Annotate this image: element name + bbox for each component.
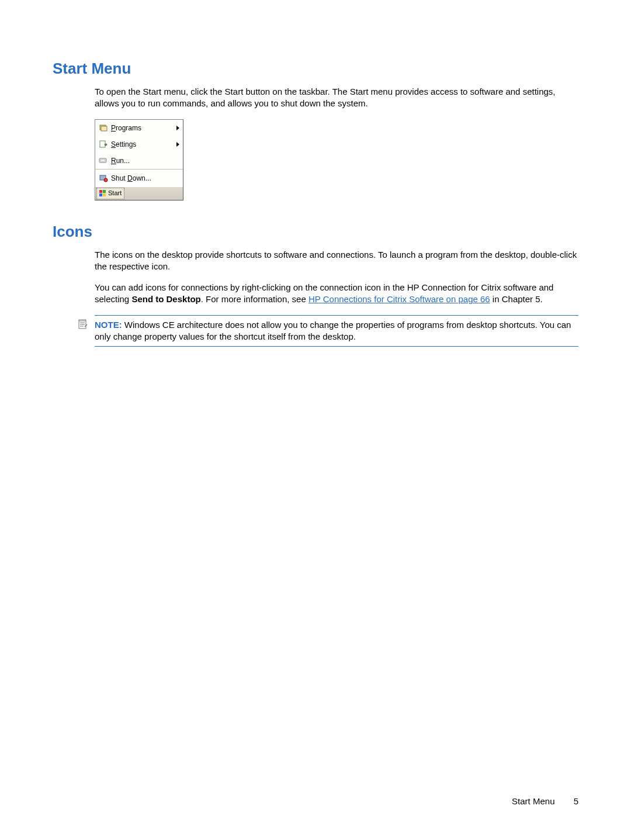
settings-icon bbox=[99, 140, 108, 149]
svg-rect-10 bbox=[103, 193, 106, 196]
paragraph-start-menu-intro: To open the Start menu, click the Start … bbox=[95, 86, 578, 110]
svg-rect-7 bbox=[99, 190, 102, 193]
start-button[interactable]: Start bbox=[96, 188, 124, 199]
svg-rect-9 bbox=[99, 193, 102, 196]
menu-item-shutdown[interactable]: Shut Down... bbox=[95, 170, 183, 186]
footer-page-number: 5 bbox=[574, 796, 578, 806]
windows-flag-icon bbox=[99, 190, 106, 197]
svg-rect-8 bbox=[103, 190, 106, 193]
taskbar: Start bbox=[95, 186, 183, 200]
footer-title: Start Menu bbox=[512, 796, 554, 806]
programs-icon bbox=[99, 123, 108, 133]
start-menu-popup: Programs Settings bbox=[95, 119, 183, 201]
page-footer: Start Menu 5 bbox=[512, 796, 578, 807]
text-run: . For more information, see bbox=[201, 294, 308, 304]
text-bold-send-to-desktop: Send to Desktop bbox=[131, 294, 200, 304]
menu-item-label: Settings bbox=[111, 140, 176, 149]
menu-item-label: Run... bbox=[111, 156, 179, 165]
menu-item-label: Shut Down... bbox=[111, 174, 179, 183]
chevron-right-icon bbox=[176, 142, 179, 147]
note-label: NOTE: bbox=[95, 320, 122, 330]
note-block: NOTE: Windows CE architecture does not a… bbox=[77, 315, 578, 347]
svg-point-6 bbox=[104, 178, 108, 182]
figure-start-menu: Programs Settings bbox=[95, 119, 578, 201]
heading-icons: Icons bbox=[53, 222, 578, 242]
paragraph-icons-1: The icons on the desktop provide shortcu… bbox=[95, 249, 578, 273]
document-page: Start Menu To open the Start menu, click… bbox=[0, 0, 631, 840]
svg-rect-1 bbox=[101, 126, 107, 131]
link-hp-connections-citrix[interactable]: HP Connections for Citrix Software on pa… bbox=[308, 294, 490, 304]
run-icon bbox=[99, 156, 108, 165]
shutdown-icon bbox=[99, 174, 108, 183]
note-icon bbox=[77, 319, 90, 333]
menu-item-run[interactable]: Run... bbox=[95, 153, 183, 169]
text-run: in Chapter 5. bbox=[490, 294, 543, 304]
paragraph-icons-2: You can add icons for connections by rig… bbox=[95, 282, 578, 306]
svg-rect-4 bbox=[100, 160, 105, 161]
note-text: Windows CE architecture does not allow y… bbox=[95, 320, 571, 341]
heading-start-menu: Start Menu bbox=[53, 58, 578, 79]
note-body: NOTE: Windows CE architecture does not a… bbox=[95, 315, 578, 347]
start-button-label: Start bbox=[108, 189, 122, 198]
chevron-right-icon bbox=[176, 126, 179, 130]
menu-item-label: Programs bbox=[111, 123, 176, 133]
svg-rect-2 bbox=[100, 141, 105, 147]
menu-item-settings[interactable]: Settings bbox=[95, 136, 183, 153]
menu-item-programs[interactable]: Programs bbox=[95, 120, 183, 136]
